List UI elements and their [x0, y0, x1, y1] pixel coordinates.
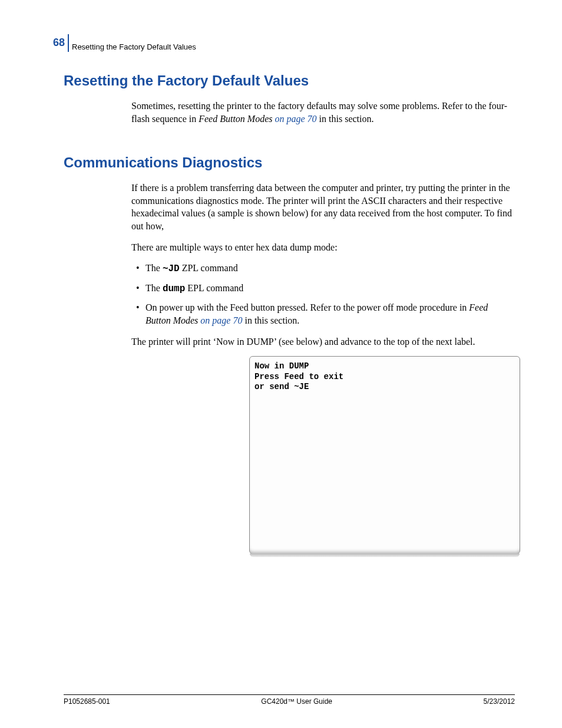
footer-date: 5/23/2012	[484, 697, 515, 706]
content-area: Resetting the Factory Default Values Som…	[47, 73, 515, 554]
list-item: On power up with the Feed button pressed…	[131, 301, 515, 327]
footer-doc-id: P1052685-001	[64, 697, 110, 706]
text: The	[146, 263, 163, 273]
header-section-title: Resetting the Factory Default Values	[72, 34, 196, 51]
code-dump: dump	[163, 284, 185, 294]
link-page-70[interactable]: on page 70	[272, 114, 316, 124]
list-item: The ~JD ZPL command	[131, 262, 515, 276]
dump-line2: Press Feed to exit	[254, 372, 515, 383]
hex-dump-modes-list: The ~JD ZPL command The dump EPL command…	[131, 262, 515, 327]
dump-label-sample-wrap: Now in DUMP Press Feed to exit or send ~…	[249, 356, 520, 554]
section1-paragraph: Sometimes, resetting the printer to the …	[131, 100, 515, 125]
header-divider	[68, 34, 69, 52]
page-number: 68	[47, 34, 65, 49]
code-jd: ~JD	[163, 263, 180, 274]
section2-para1: If there is a problem transferring data …	[131, 182, 515, 232]
section-heading-comm-diag: Communications Diagnostics	[64, 154, 515, 171]
link-page-70[interactable]: on page 70	[198, 315, 242, 325]
dump-line3: or send ~JE	[254, 382, 515, 393]
list-item: The dump EPL command	[131, 282, 515, 296]
text: ZPL command	[180, 263, 238, 273]
page-footer: P1052685-001 GC420d™ User Guide 5/23/201…	[64, 694, 515, 706]
dump-line1: Now in DUMP	[254, 361, 515, 372]
section2-para2: There are multiple ways to enter hex dat…	[131, 241, 515, 254]
text: in this section.	[317, 114, 374, 124]
link-feed-button-modes-pre: Feed Button Modes	[199, 114, 272, 124]
text: The	[146, 283, 163, 293]
section2-para3: The printer will print ‘Now in DUMP’ (se…	[131, 335, 515, 348]
text: On power up with the Feed button pressed…	[146, 302, 469, 312]
page: 68 Resetting the Factory Default Values …	[0, 0, 562, 687]
section-heading-reset: Resetting the Factory Default Values	[64, 73, 515, 89]
section1-body: Sometimes, resetting the printer to the …	[131, 100, 515, 125]
dump-label-sample: Now in DUMP Press Feed to exit or send ~…	[249, 356, 520, 554]
section2-body: If there is a problem transferring data …	[131, 182, 515, 554]
text: in this section.	[242, 315, 299, 325]
footer-doc-title: GC420d™ User Guide	[261, 697, 332, 706]
text: EPL command	[185, 283, 243, 293]
page-header: 68 Resetting the Factory Default Values	[47, 34, 515, 52]
